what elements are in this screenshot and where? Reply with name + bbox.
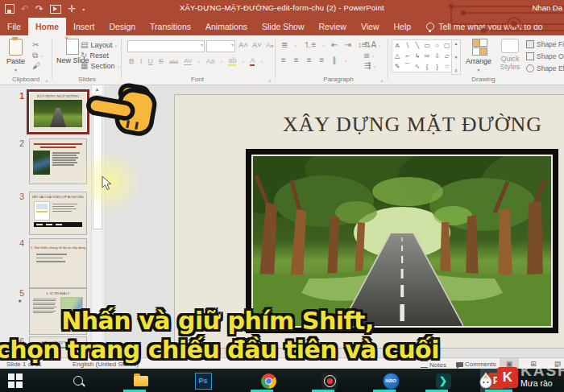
shape-icon[interactable]: ╲: [413, 40, 422, 51]
slide-number: 4: [11, 238, 24, 248]
shadow-button[interactable]: S: [159, 57, 164, 65]
nro-game-button[interactable]: NRO: [382, 372, 400, 390]
clipboard-dialog-launcher[interactable]: ⌟: [45, 76, 48, 83]
numbering-icon[interactable]: ⒈≡: [303, 41, 316, 49]
shape-icon[interactable]: △: [392, 51, 402, 61]
font-dialog-launcher[interactable]: ⌟: [268, 76, 271, 83]
grow-font-button[interactable]: A˄: [238, 41, 248, 49]
shape-icon[interactable]: {: [422, 61, 432, 72]
quick-styles-button[interactable]: Quick Styles: [496, 39, 524, 71]
align-right-icon[interactable]: ≡: [307, 56, 312, 64]
shape-icon[interactable]: ∖: [402, 40, 412, 51]
start-button[interactable]: [6, 372, 24, 390]
tab-slide-show[interactable]: Slide Show: [255, 18, 312, 35]
tab-help[interactable]: Help: [387, 18, 419, 35]
shape-icon[interactable]: ⌐: [402, 51, 412, 61]
search-button[interactable]: [69, 372, 87, 390]
tab-home[interactable]: Home: [28, 18, 66, 35]
account-name[interactable]: Nhan Da: [533, 3, 563, 12]
search-icon: [73, 376, 83, 386]
change-case-button[interactable]: Aa: [205, 57, 214, 65]
powerpoint-window: ↶ ↷ ✛ ▾ XÂY-DỰNG-MẶT-ĐƯỜNG-edit-form-chu…: [0, 0, 564, 392]
thumbnail-diagram: [34, 201, 50, 221]
slide-number: 2: [11, 138, 24, 148]
tab-view[interactable]: View: [354, 18, 387, 35]
chrome-button[interactable]: [259, 372, 277, 390]
photoshop-icon: Ps: [195, 373, 212, 390]
italic-button[interactable]: I: [140, 57, 143, 65]
highlight-color-button[interactable]: ab: [228, 56, 236, 66]
reset-button[interactable]: ↻Reset: [81, 52, 109, 60]
shape-icon[interactable]: ⇩: [432, 51, 442, 61]
file-explorer-button[interactable]: [132, 372, 150, 390]
justify-icon[interactable]: ≡: [320, 56, 325, 64]
bold-button[interactable]: B: [129, 57, 135, 65]
shape-gallery-scroll[interactable]: ▲▼⊼: [451, 39, 461, 75]
align-center-icon[interactable]: ≡: [294, 56, 299, 64]
tab-insert[interactable]: Insert: [66, 18, 102, 35]
align-left-icon[interactable]: ≡: [281, 56, 286, 64]
shape-fill-button[interactable]: Shape Fill: [526, 40, 564, 48]
paragraph-dialog-launcher[interactable]: ⌟: [380, 76, 383, 83]
thumbnail-photo: [33, 151, 50, 175]
slide-picture-frame[interactable]: [246, 149, 558, 333]
arrange-button[interactable]: Arrange▾: [466, 39, 491, 72]
tell-me-box[interactable]: Tell me what you want to do: [418, 18, 551, 35]
shape-icon[interactable]: A: [392, 40, 402, 51]
underline-button[interactable]: U: [148, 57, 154, 65]
convert-smartart-button[interactable]: ⇶▾: [364, 62, 375, 70]
bullets-icon[interactable]: ≣: [281, 41, 288, 49]
video-caption-line-1: Nhấn và giữ phím Shift,: [0, 307, 435, 335]
window-title: XÂY-DỰNG-MẶT-ĐƯỜNG-edit-form-chu (2) - P…: [0, 3, 564, 12]
tab-transitions[interactable]: Transitions: [143, 18, 198, 35]
slide-thumbnail-1[interactable]: XÂY DỰNG MẶT ĐƯỜNG: [27, 89, 89, 134]
shape-outline-button[interactable]: Shape Outline: [526, 52, 564, 60]
format-painter-button[interactable]: 🖌: [32, 62, 40, 70]
shape-icon[interactable]: ✎: [392, 61, 402, 72]
photoshop-button[interactable]: Ps: [194, 372, 212, 390]
section-button[interactable]: ▦Section▾: [81, 62, 120, 70]
decrease-indent-icon[interactable]: ⇤: [331, 41, 338, 49]
comments-button[interactable]: Comments: [456, 361, 496, 368]
tell-me-label: Tell me what you want to do: [438, 22, 543, 31]
increase-indent-icon[interactable]: ⇥: [345, 41, 351, 49]
screen-recorder-button[interactable]: [321, 372, 338, 390]
clipboard-group-label: Clipboard: [3, 76, 48, 83]
tab-animations[interactable]: Animations: [198, 18, 255, 35]
copy-button[interactable]: ⧉▾: [32, 52, 43, 60]
layout-button[interactable]: ▤Layout▾: [81, 41, 118, 49]
character-spacing-button[interactable]: AV: [184, 57, 192, 65]
shape-icon[interactable]: }: [432, 61, 442, 72]
slide-thumbnail-4[interactable]: 1. Giới thiệu chung về dự án xây dựng: [29, 238, 87, 288]
shape-icon[interactable]: ○: [432, 40, 442, 51]
animation-star-icon: ★: [18, 298, 22, 303]
columns-icon[interactable]: ∥: [332, 56, 336, 64]
font-name-combo[interactable]: [127, 40, 205, 52]
shape-effects-button[interactable]: Shape Effects: [526, 64, 564, 72]
text-direction-button[interactable]: ⇅A▾: [364, 41, 381, 49]
slide-title[interactable]: XÂY DỰNG MẶT ĐƯỜNG: [255, 113, 564, 137]
kashi-logo: K: [497, 367, 518, 388]
cut-button[interactable]: ✂: [32, 41, 39, 49]
tab-review[interactable]: Review: [312, 18, 354, 35]
clear-formatting-button[interactable]: A𝄪: [266, 41, 274, 50]
strikethrough-button[interactable]: abc: [169, 59, 178, 64]
windows-icon: [8, 373, 23, 388]
shrink-font-button[interactable]: A˅: [252, 41, 262, 49]
shape-icon[interactable]: ⇨: [422, 51, 432, 61]
align-text-button[interactable]: ⧈▾: [364, 52, 374, 60]
record-icon: [321, 373, 338, 389]
shape-icon[interactable]: ▭: [422, 40, 432, 51]
paste-button[interactable]: Paste▾: [6, 39, 25, 72]
shape-icon[interactable]: ⌒: [402, 61, 412, 72]
font-size-combo[interactable]: [206, 40, 235, 52]
filmora-icon: ❯: [436, 373, 451, 389]
tab-file[interactable]: File: [0, 18, 28, 35]
tab-design[interactable]: Design: [102, 18, 143, 35]
folder-icon: [134, 376, 148, 386]
shape-icon[interactable]: ∿: [413, 61, 422, 72]
shape-icon[interactable]: ↳: [413, 51, 422, 61]
filmora-button[interactable]: ❯: [434, 372, 452, 390]
font-color-button[interactable]: A: [250, 56, 255, 66]
slide-thumbnail-3[interactable]: KẾT CẤU CỦA TỪNG LỚP ÁO ĐƯỜNG: [29, 192, 87, 235]
